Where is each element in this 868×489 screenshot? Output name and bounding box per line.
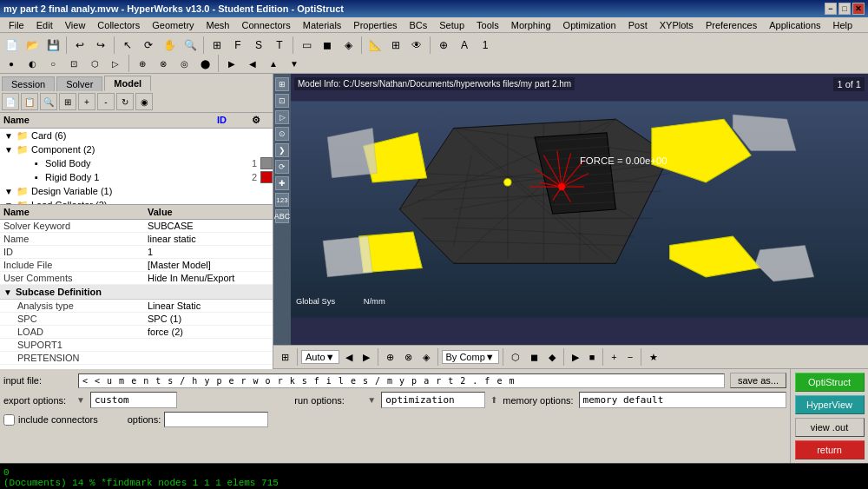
vp-ctrl-5[interactable]: ❯ — [275, 143, 289, 157]
hyperview-button[interactable]: HyperView — [795, 395, 865, 414]
menu-item-tools[interactable]: Tools — [471, 19, 504, 31]
options-field[interactable] — [164, 412, 268, 427]
memory-value[interactable]: memory default — [579, 392, 786, 408]
rotate-button[interactable]: ⟳ — [139, 36, 158, 55]
3d-viewport[interactable]: ⊞ ⊡ ▷ ⊙ ❯ ⟳ ✚ 123 ABC 1 of 1 Model Info:… — [273, 74, 868, 345]
prop-subrow[interactable]: SUPORT1 — [0, 339, 273, 352]
minimize-button[interactable]: − — [825, 3, 837, 15]
tool1[interactable]: ● — [2, 54, 21, 73]
menu-item-collectors[interactable]: Collectors — [92, 19, 145, 31]
panel-tb6[interactable]: - — [97, 93, 115, 110]
vp-ctrl-8[interactable]: 123 — [275, 193, 289, 207]
menu-item-connectors[interactable]: Connectors — [236, 19, 295, 31]
menu-item-bcs[interactable]: BCs — [404, 19, 433, 31]
mesh-button[interactable]: ⊞ — [386, 36, 405, 55]
top-view[interactable]: T — [270, 36, 289, 55]
zoom-button[interactable]: 🔍 — [181, 36, 200, 55]
tool3[interactable]: ○ — [43, 54, 62, 73]
menu-item-setup[interactable]: Setup — [434, 19, 470, 31]
prop-row[interactable]: Solver KeywordSUBCASE — [0, 220, 273, 233]
panel-tb2[interactable]: 📋 — [21, 93, 38, 110]
tree-toggle[interactable]: ▼ — [3, 187, 14, 196]
run-arrow[interactable]: ▼ — [367, 395, 376, 405]
run-updown[interactable]: ⬆ — [490, 395, 497, 405]
tool8[interactable]: ⊗ — [154, 54, 173, 73]
select-button[interactable]: ↖ — [118, 36, 137, 55]
prop-subrow[interactable]: PRETENSION — [0, 352, 273, 365]
tool9[interactable]: ◎ — [174, 54, 194, 73]
front-view[interactable]: F — [228, 36, 247, 55]
tool4[interactable]: ⊡ — [64, 54, 83, 73]
menu-item-morphing[interactable]: Morphing — [506, 19, 556, 31]
tool11[interactable]: ▶ — [222, 54, 241, 73]
vp-ctrl-7[interactable]: ✚ — [275, 176, 289, 190]
undo-button[interactable]: ↩ — [70, 36, 89, 55]
tool7[interactable]: ⊕ — [133, 54, 152, 73]
hide-button[interactable]: 👁 — [407, 36, 426, 55]
vp-ctrl-4[interactable]: ⊙ — [275, 127, 289, 141]
open-button[interactable]: 📂 — [23, 36, 42, 55]
menu-item-help[interactable]: Help — [828, 19, 858, 31]
menu-item-applications[interactable]: Applications — [764, 19, 825, 31]
menu-item-optimization[interactable]: Optimization — [558, 19, 621, 31]
tree-item[interactable]: ▼📁Card (6) — [0, 129, 273, 142]
vbt-shape3[interactable]: ◆ — [544, 350, 560, 365]
panel-tb7[interactable]: ↻ — [116, 93, 134, 110]
session-tab[interactable]: Session — [2, 76, 55, 91]
menu-item-xyplots[interactable]: XYPlots — [654, 19, 699, 31]
prop-row[interactable]: User CommentsHide In Menu/Export — [0, 272, 273, 285]
return-button[interactable]: return — [795, 440, 865, 459]
vbt-star[interactable]: ★ — [645, 350, 662, 365]
close-button[interactable]: ✕ — [852, 3, 865, 15]
menu-item-materials[interactable]: Materials — [298, 19, 347, 31]
vp-ctrl-6[interactable]: ⟳ — [275, 160, 289, 174]
vbt-tool3[interactable]: ◈ — [418, 350, 434, 365]
redo-button[interactable]: ↪ — [91, 36, 110, 55]
maximize-button[interactable]: □ — [838, 3, 851, 15]
vp-ctrl-3[interactable]: ▷ — [275, 110, 289, 124]
vbt-minus[interactable]: − — [623, 350, 637, 364]
solver-tab[interactable]: Solver — [56, 76, 102, 91]
prop-row[interactable]: Namelinear static — [0, 233, 273, 246]
tool5[interactable]: ⬡ — [85, 54, 104, 73]
prop-row[interactable]: ID1 — [0, 246, 273, 259]
section-toggle[interactable]: ▼ — [3, 287, 12, 297]
vbt-forward[interactable]: ▶ — [358, 350, 374, 365]
save-button[interactable]: 💾 — [43, 36, 62, 55]
prop-row[interactable]: Include File[Master Model] — [0, 259, 273, 272]
vp-ctrl-1[interactable]: ⊞ — [275, 77, 289, 91]
menu-item-mesh[interactable]: Mesh — [201, 19, 235, 31]
prop-subrow[interactable]: Analysis typeLinear Static — [0, 300, 273, 313]
tree-item[interactable]: ▪Rigid Body 12 — [0, 170, 273, 184]
vp-ctrl-2[interactable]: ⊡ — [275, 94, 289, 108]
shaded-button[interactable]: ◼ — [318, 36, 337, 55]
side-view[interactable]: S — [249, 36, 268, 55]
menu-item-geometry[interactable]: Geometry — [147, 19, 199, 31]
model-tab[interactable]: Model — [104, 76, 151, 91]
vbt-tool2[interactable]: ⊗ — [400, 350, 417, 365]
tree-item[interactable]: ▼📁Design Variable (1) — [0, 184, 273, 198]
tree-toggle[interactable]: ▼ — [3, 145, 14, 155]
menu-item-properties[interactable]: Properties — [348, 19, 402, 31]
menu-item-view[interactable]: View — [60, 19, 91, 31]
vbt-plus[interactable]: + — [607, 350, 621, 364]
input-file-field[interactable]: < < u m e n t s / h y p e r w o r k s f … — [78, 373, 725, 388]
num-button[interactable]: 1 — [476, 36, 495, 55]
vbt-tool1[interactable]: ⊕ — [382, 350, 398, 365]
panel-tb3[interactable]: 🔍 — [40, 93, 57, 110]
tool2[interactable]: ◐ — [23, 54, 42, 73]
vbt-anim[interactable]: ▶ — [568, 350, 583, 365]
pan-button[interactable]: ✋ — [160, 36, 179, 55]
export-arrow[interactable]: ▼ — [76, 395, 85, 405]
tree-item[interactable]: ▼📁Load Collector (2) — [0, 198, 273, 204]
auto-dropdown[interactable]: Auto ▼ — [301, 350, 339, 364]
tree-toggle[interactable]: ▼ — [3, 131, 14, 141]
save-as-button[interactable]: save as... — [730, 373, 786, 388]
vp-ctrl-9[interactable]: ABC — [275, 209, 289, 223]
prop-subrow[interactable]: LOADforce (2) — [0, 326, 273, 339]
menu-item-post[interactable]: Post — [623, 19, 653, 31]
tree-item[interactable]: ▪Solid Body1 — [0, 156, 273, 170]
tool10[interactable]: ⬤ — [195, 54, 214, 73]
panel-tb4[interactable]: ⊞ — [59, 93, 76, 110]
panel-tb1[interactable]: 📄 — [2, 93, 19, 110]
